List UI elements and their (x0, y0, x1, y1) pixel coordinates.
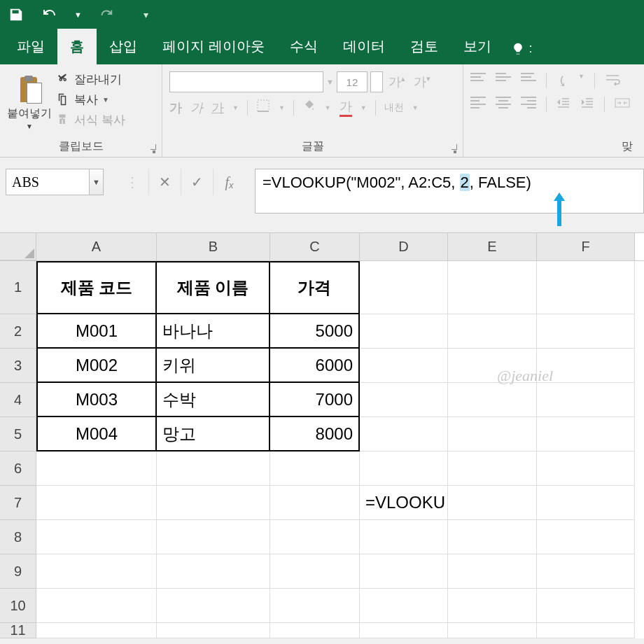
cell[interactable] (36, 589, 157, 623)
dialog-launcher-icon[interactable] (146, 144, 155, 153)
fx-expand-icon[interactable]: ⋮ (116, 169, 148, 195)
shrink-font-button[interactable]: 가▾ (411, 74, 433, 90)
cell[interactable] (360, 261, 448, 314)
cell[interactable]: 제품 이름 (157, 261, 270, 314)
increase-indent-button[interactable] (580, 97, 594, 112)
tab-insert[interactable]: 삽입 (97, 29, 150, 64)
tab-file[interactable]: 파일 (4, 29, 57, 64)
font-size-dropdown[interactable] (370, 71, 383, 92)
row-header[interactable]: 5 (0, 417, 36, 451)
insert-function-button[interactable]: fx (213, 169, 245, 195)
cell[interactable] (537, 261, 635, 314)
cell[interactable] (36, 451, 157, 486)
cell[interactable]: M002 (36, 349, 157, 383)
cell[interactable] (448, 349, 537, 383)
cell[interactable] (537, 623, 635, 638)
row-header[interactable]: 2 (0, 314, 36, 349)
italic-button[interactable]: 가 (190, 99, 203, 116)
spreadsheet-grid[interactable]: A B C D E F 1 제품 코드 제품 이름 가격 2 M001 바나나 … (0, 233, 644, 638)
cell[interactable] (537, 451, 635, 486)
cell[interactable]: M001 (36, 314, 157, 349)
cell[interactable]: 가격 (270, 261, 360, 314)
cell[interactable] (537, 314, 635, 349)
row-header[interactable]: 6 (0, 451, 36, 486)
cell[interactable] (537, 349, 635, 383)
cell[interactable] (448, 417, 537, 451)
cell[interactable]: M004 (36, 417, 157, 451)
merge-button[interactable] (615, 97, 630, 112)
cell[interactable]: 수박 (157, 383, 270, 417)
cell[interactable] (36, 623, 157, 638)
row-header[interactable]: 1 (0, 261, 36, 314)
align-center-button[interactable] (496, 97, 511, 109)
paste-button[interactable]: 붙여넣기 ▼ (7, 67, 52, 138)
cell[interactable]: 제품 코드 (36, 261, 157, 314)
cell[interactable] (537, 554, 635, 589)
col-header-E[interactable]: E (448, 233, 537, 260)
align-bottom-button[interactable] (521, 73, 536, 85)
row-header[interactable]: 11 (0, 623, 36, 638)
cell[interactable] (448, 383, 537, 417)
font-color-button[interactable]: 가 (340, 98, 352, 117)
fill-color-button[interactable] (302, 99, 316, 116)
cell[interactable] (36, 554, 157, 589)
align-middle-button[interactable] (496, 73, 511, 85)
cell[interactable] (448, 589, 537, 623)
cell[interactable]: 키위 (157, 349, 270, 383)
cell[interactable]: 망고 (157, 417, 270, 451)
underline-button[interactable]: 가 (211, 99, 224, 116)
col-header-C[interactable]: C (270, 233, 360, 260)
tab-review[interactable]: 검토 (398, 29, 451, 64)
enter-formula-button[interactable]: ✓ (181, 169, 213, 195)
font-size-combo[interactable]: 12 (337, 71, 368, 92)
save-icon[interactable] (7, 6, 25, 24)
cell[interactable] (270, 589, 360, 623)
tab-formulas[interactable]: 수식 (277, 29, 330, 64)
cell[interactable] (448, 261, 537, 314)
cell[interactable] (270, 451, 360, 486)
bold-button[interactable]: 가 (169, 99, 182, 116)
align-top-button[interactable] (470, 73, 486, 85)
cell[interactable] (360, 520, 448, 554)
cell[interactable] (448, 623, 537, 638)
tab-home[interactable]: 홈 (57, 29, 97, 64)
cell[interactable] (448, 451, 537, 486)
orientation-button[interactable]: ⤹ (556, 73, 568, 90)
row-header[interactable]: 4 (0, 383, 36, 417)
formula-input[interactable]: =VLOOKUP("M002", A2:C5, 2, FALSE) (255, 169, 644, 214)
undo-icon[interactable] (41, 6, 59, 24)
tab-data[interactable]: 데이터 (330, 29, 398, 64)
cell[interactable] (360, 314, 448, 349)
cell[interactable] (360, 383, 448, 417)
copy-button[interactable]: 복사 ▼ (56, 92, 125, 108)
cell[interactable] (448, 314, 537, 349)
redo-icon[interactable] (97, 6, 115, 24)
align-left-button[interactable] (470, 97, 486, 109)
cell[interactable] (157, 520, 270, 554)
paste-dropdown-icon[interactable]: ▼ (26, 122, 33, 130)
cell[interactable] (448, 520, 537, 554)
decrease-indent-button[interactable] (556, 97, 570, 112)
cancel-formula-button[interactable]: ✕ (148, 169, 181, 195)
wrap-text-button[interactable] (605, 73, 620, 90)
row-header[interactable]: 7 (0, 486, 36, 520)
cell[interactable] (157, 589, 270, 623)
cell[interactable] (448, 486, 537, 520)
font-family-combo[interactable] (169, 71, 323, 92)
cell[interactable] (448, 554, 537, 589)
col-header-B[interactable]: B (157, 233, 270, 260)
cell[interactable] (537, 520, 635, 554)
cell[interactable]: 바나나 (157, 314, 270, 349)
cell-D7[interactable]: =VLOOKU (360, 486, 448, 520)
col-header-F[interactable]: F (537, 233, 635, 260)
cell[interactable]: 8000 (270, 417, 360, 451)
align-right-button[interactable] (521, 97, 536, 109)
copy-dropdown-icon[interactable]: ▼ (102, 96, 109, 104)
cell[interactable] (270, 554, 360, 589)
format-painter-button[interactable]: 서식 복사 (56, 112, 125, 128)
row-header[interactable]: 9 (0, 554, 36, 589)
cell[interactable] (360, 349, 448, 383)
row-header[interactable]: 10 (0, 589, 36, 623)
cell[interactable] (537, 589, 635, 623)
dialog-launcher-icon[interactable] (447, 144, 456, 153)
